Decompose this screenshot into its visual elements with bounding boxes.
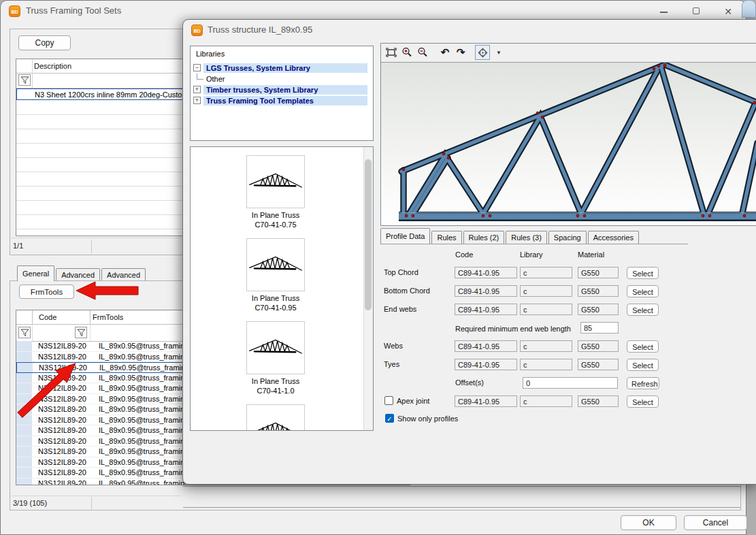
end-webs-material-field[interactable]: G550 <box>578 304 619 315</box>
top-chord-select-button[interactable]: Select <box>627 267 659 279</box>
top-chord-code-field[interactable]: C89-41-0.95 <box>455 267 517 278</box>
bottom-chord-library-field[interactable]: c <box>520 285 572 297</box>
tool-sets-titlebar[interactable]: BD Truss Framing Tool Sets ✕ <box>1 1 746 21</box>
fit-view-icon[interactable] <box>384 46 398 59</box>
apex-joint-label: Apex joint <box>397 395 429 407</box>
truss-3d-viewport[interactable] <box>381 62 756 225</box>
apex-joint-checkbox[interactable] <box>384 396 393 405</box>
truss-window-titlebar[interactable]: BD Truss structure IL_89x0.95 <box>183 20 756 40</box>
top-chord-material-field[interactable]: G550 <box>578 267 619 278</box>
zoom-out-icon[interactable] <box>416 46 429 59</box>
truss-3d-view-panel: ↶ ↷ ▼ <box>380 43 756 226</box>
profile-tabs: Profile Data Rules Rules (2) Rules (3) S… <box>380 228 640 244</box>
offset-input[interactable]: 0 <box>523 377 618 389</box>
filter-icon[interactable] <box>18 74 31 86</box>
maximize-button[interactable] <box>685 3 708 20</box>
tab-rules-2[interactable]: Rules (2) <box>463 231 505 244</box>
code-cell: N3S12IL89-20 <box>32 374 95 382</box>
tree-item-tool-templates[interactable]: + Truss Framing Tool Templates <box>191 95 373 106</box>
required-min-input[interactable]: 85 <box>580 322 619 334</box>
tree-item-other[interactable]: Other <box>191 74 373 84</box>
bottom-chord-code-field[interactable]: C89-41-0.95 <box>455 285 517 297</box>
code-cell: N3S12IL89-20 <box>32 468 95 476</box>
filter-icon[interactable] <box>75 327 87 338</box>
truss-template-name: In Plane Truss <box>235 376 316 386</box>
tool-set-tabs: General Advanced Advanced <box>17 265 147 281</box>
tab-general[interactable]: General <box>17 265 54 281</box>
status-separator <box>11 238 181 238</box>
expand-icon[interactable]: + <box>193 86 201 93</box>
tyes-library-field[interactable]: c <box>520 359 572 370</box>
truss-template-code: C70-41-1.0 <box>235 386 316 395</box>
tab-rules-3[interactable]: Rules (3) <box>506 231 547 244</box>
apex-select-button[interactable]: Select <box>627 395 659 408</box>
expand-icon[interactable]: + <box>193 97 201 104</box>
truss-template-item[interactable]: In Plane Truss C70-41-1.0 <box>235 321 316 395</box>
webs-code-field[interactable]: C89-41-0.95 <box>455 340 517 352</box>
library-header: Library <box>520 250 543 259</box>
top-chord-library-field[interactable]: c <box>520 267 572 278</box>
truss-template-item[interactable]: In Plane Truss C70-41-0.95 <box>235 238 316 312</box>
tab-advanced-2[interactable]: Advanced <box>101 268 146 281</box>
tree-item-label: Timber trusses, System Library <box>203 85 367 95</box>
tab-profile-data[interactable]: Profile Data <box>380 228 430 244</box>
thumbnail-scrollbar[interactable] <box>363 147 373 430</box>
tab-rules[interactable]: Rules <box>431 231 461 244</box>
frmtools-column-header: FrmTools <box>93 313 123 321</box>
end-webs-code-field[interactable]: C89-41-0.95 <box>455 304 517 315</box>
apex-material-field[interactable]: G550 <box>578 395 619 407</box>
tree-item-timber-trusses[interactable]: + Timber trusses, System Library <box>191 84 373 95</box>
tab-advanced-1[interactable]: Advanced <box>56 268 100 281</box>
record-count-bottom: 3/19 (105) <box>13 499 47 507</box>
refresh-button[interactable]: Refresh <box>627 377 659 389</box>
code-column-header: Code <box>39 313 56 321</box>
offset-label: Offset(s) <box>455 377 484 389</box>
row-marker-cell <box>16 447 32 457</box>
rotate-right-icon[interactable]: ↷ <box>454 46 467 59</box>
copy-button[interactable]: Copy <box>18 35 71 50</box>
pan-tool-icon[interactable] <box>475 45 490 60</box>
tyes-code-field[interactable]: C89-41-0.95 <box>455 359 517 370</box>
webs-library-field[interactable]: c <box>520 340 572 352</box>
bottom-chord-label: Bottom Chord <box>384 285 430 297</box>
end-webs-library-field[interactable]: c <box>520 304 572 315</box>
tab-accessories[interactable]: Accessories <box>588 231 639 244</box>
truss-template-item[interactable]: In Plane Truss C70-41-0.75 <box>235 155 316 229</box>
zoom-in-icon[interactable] <box>400 46 414 59</box>
header-divider <box>32 310 33 324</box>
app-icon: BD <box>9 5 20 17</box>
collapse-icon[interactable]: − <box>193 64 201 71</box>
apex-code-field[interactable]: C89-41-0.95 <box>455 395 517 407</box>
row-marker-cell <box>16 468 32 478</box>
bottom-chord-material-field[interactable]: G550 <box>578 285 619 297</box>
cancel-button[interactable]: Cancel <box>684 515 747 530</box>
toolbar-dropdown-icon[interactable]: ▼ <box>492 46 506 59</box>
minimize-button[interactable] <box>653 3 676 20</box>
webs-select-button[interactable]: Select <box>627 340 659 353</box>
ok-button[interactable]: OK <box>621 515 676 530</box>
filter-icon[interactable] <box>18 327 31 338</box>
webs-material-field[interactable]: G550 <box>578 340 619 352</box>
tree-item-lgs-trusses[interactable]: − LGS Trusses, System Library <box>191 63 373 74</box>
scrollbar-thumb[interactable] <box>365 159 372 310</box>
frmtools-button[interactable]: FrmTools <box>19 285 74 299</box>
apex-library-field[interactable]: c <box>520 395 572 407</box>
tyes-select-button[interactable]: Select <box>627 359 659 371</box>
bottom-chord-select-button[interactable]: Select <box>627 285 659 297</box>
truss-template-item[interactable]: In Plane Truss C70-41-1.15 <box>235 404 316 431</box>
code-cell: N3S12IL89-20 <box>32 479 95 485</box>
tab-spacing[interactable]: Spacing <box>548 231 587 244</box>
rotate-left-icon[interactable]: ↶ <box>438 46 452 59</box>
view-toolbar: ↶ ↷ ▼ <box>381 44 756 61</box>
truss-window-title: Truss structure IL_89x0.95 <box>208 20 312 40</box>
row-marker-cell <box>16 383 32 393</box>
tyes-material-field[interactable]: G550 <box>578 359 619 370</box>
thumbnail-grid: In Plane Truss C70-41-0.75 In Plane Trus… <box>195 155 357 431</box>
end-webs-select-button[interactable]: Select <box>627 304 659 316</box>
show-only-profiles-checkbox[interactable]: ✓ <box>385 414 394 423</box>
truss-thumbnail-image <box>246 238 305 291</box>
minimize-icon <box>660 12 668 13</box>
row-marker-cell <box>16 479 32 486</box>
truss-template-name: In Plane Truss <box>235 210 316 220</box>
close-button[interactable]: ✕ <box>717 3 740 20</box>
